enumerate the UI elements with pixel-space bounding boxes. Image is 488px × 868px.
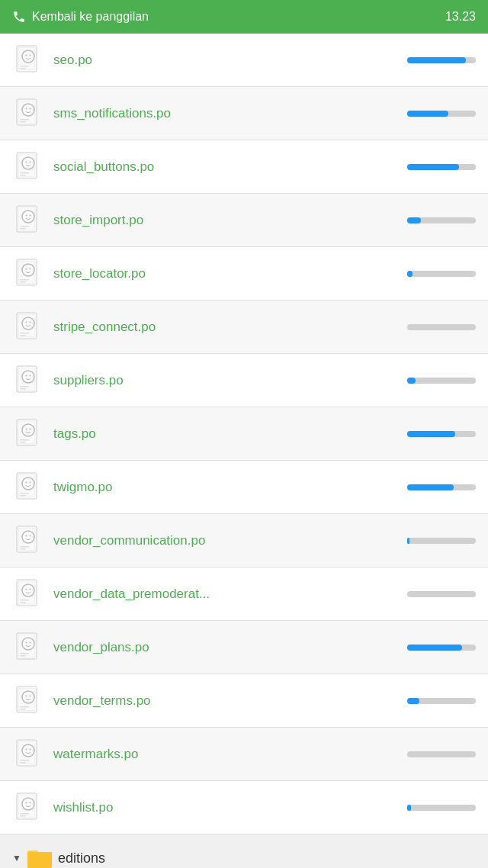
progress-container <box>407 324 476 330</box>
file-item[interactable]: suppliers.po <box>0 354 488 407</box>
svg-point-25 <box>30 214 31 216</box>
svg-rect-13 <box>20 121 26 123</box>
svg-point-87 <box>26 695 27 696</box>
file-item[interactable]: vendor_plans.po <box>0 621 488 674</box>
file-icon <box>12 792 44 824</box>
svg-rect-90 <box>20 709 26 710</box>
file-item[interactable]: store_locator.po <box>0 247 488 301</box>
svg-rect-40 <box>20 333 29 334</box>
file-item[interactable]: vendor_communication.po <box>0 514 488 567</box>
svg-point-74 <box>30 588 31 590</box>
file-name: tags.po <box>53 426 407 442</box>
svg-rect-55 <box>20 442 26 443</box>
file-name: stripe_connect.po <box>53 320 407 335</box>
svg-point-66 <box>26 535 27 536</box>
file-item[interactable]: stripe_connect.po <box>0 301 488 354</box>
svg-rect-103 <box>20 813 29 815</box>
file-item[interactable]: vendor_terms.po <box>0 674 488 728</box>
svg-point-101 <box>26 802 27 803</box>
file-name: vendor_communication.po <box>53 533 407 548</box>
progress-bar <box>407 484 454 490</box>
file-item[interactable]: sms_notifications.po <box>0 87 488 140</box>
svg-point-10 <box>26 108 27 109</box>
svg-rect-34 <box>20 281 26 283</box>
svg-rect-20 <box>20 175 26 176</box>
file-item[interactable]: vendor_data_premoderat... <box>0 567 488 621</box>
file-icon <box>12 525 44 557</box>
svg-rect-83 <box>20 655 26 657</box>
progress-container <box>407 217 476 223</box>
svg-rect-27 <box>20 228 26 230</box>
progress-container <box>407 484 476 490</box>
file-icon <box>12 98 44 130</box>
file-icon <box>12 578 44 610</box>
svg-rect-6 <box>20 68 26 69</box>
svg-point-32 <box>30 268 31 269</box>
status-bar: Kembali ke panggilan 13.23 <box>0 0 488 34</box>
svg-rect-48 <box>20 388 26 390</box>
file-name: twigmo.po <box>53 480 407 495</box>
folder-row[interactable]: ▼ editions <box>0 834 488 868</box>
file-name: store_locator.po <box>53 266 407 281</box>
file-icon <box>12 204 44 236</box>
svg-rect-12 <box>20 119 29 121</box>
file-item[interactable]: seo.po <box>0 34 488 87</box>
svg-point-80 <box>26 641 27 643</box>
progress-container <box>407 57 476 63</box>
status-time: 13.23 <box>445 10 476 24</box>
progress-bar <box>407 805 411 811</box>
file-name: vendor_data_premoderat... <box>53 587 407 602</box>
svg-point-46 <box>30 375 31 376</box>
svg-point-52 <box>26 428 27 429</box>
svg-rect-107 <box>27 852 52 868</box>
phone-icon <box>12 10 26 24</box>
progress-container <box>407 164 476 170</box>
svg-rect-75 <box>20 600 29 601</box>
progress-bar <box>407 431 455 437</box>
progress-container <box>407 378 476 384</box>
file-icon <box>12 44 44 76</box>
file-item[interactable]: tags.po <box>0 407 488 461</box>
svg-rect-5 <box>20 66 29 67</box>
svg-point-31 <box>26 268 27 269</box>
progress-bar <box>407 217 421 223</box>
file-name: seo.po <box>53 53 407 68</box>
file-icon <box>12 471 44 503</box>
progress-bar <box>407 111 448 117</box>
svg-rect-76 <box>20 602 26 603</box>
svg-point-81 <box>30 641 31 643</box>
file-icon <box>12 258 44 290</box>
progress-container <box>407 645 476 651</box>
back-label[interactable]: Kembali ke panggilan <box>32 10 149 24</box>
status-bar-left: Kembali ke panggilan <box>12 10 149 24</box>
file-item[interactable]: twigmo.po <box>0 461 488 514</box>
file-name: watermarks.po <box>53 747 407 762</box>
svg-rect-69 <box>20 548 26 550</box>
svg-point-4 <box>30 54 31 56</box>
svg-rect-104 <box>20 815 26 817</box>
file-item[interactable]: wishlist.po <box>0 781 488 834</box>
progress-container <box>407 538 476 544</box>
svg-rect-33 <box>20 279 29 281</box>
svg-point-45 <box>26 375 27 376</box>
svg-point-67 <box>30 535 31 536</box>
svg-point-95 <box>30 748 31 750</box>
file-icon <box>12 632 44 664</box>
svg-point-88 <box>30 695 31 696</box>
svg-point-3 <box>26 54 27 56</box>
file-item[interactable]: watermarks.po <box>0 728 488 781</box>
svg-point-18 <box>30 161 31 162</box>
progress-bar <box>407 271 413 277</box>
file-item[interactable]: social_buttons.po <box>0 140 488 194</box>
svg-point-73 <box>26 588 27 590</box>
progress-container <box>407 431 476 437</box>
svg-point-94 <box>26 748 27 750</box>
progress-container <box>407 698 476 704</box>
svg-rect-82 <box>20 653 29 654</box>
svg-point-24 <box>26 214 27 216</box>
file-item[interactable]: store_import.po <box>0 194 488 247</box>
svg-rect-47 <box>20 386 29 387</box>
svg-point-60 <box>30 481 31 483</box>
svg-rect-26 <box>20 226 29 227</box>
file-name: wishlist.po <box>53 800 407 815</box>
